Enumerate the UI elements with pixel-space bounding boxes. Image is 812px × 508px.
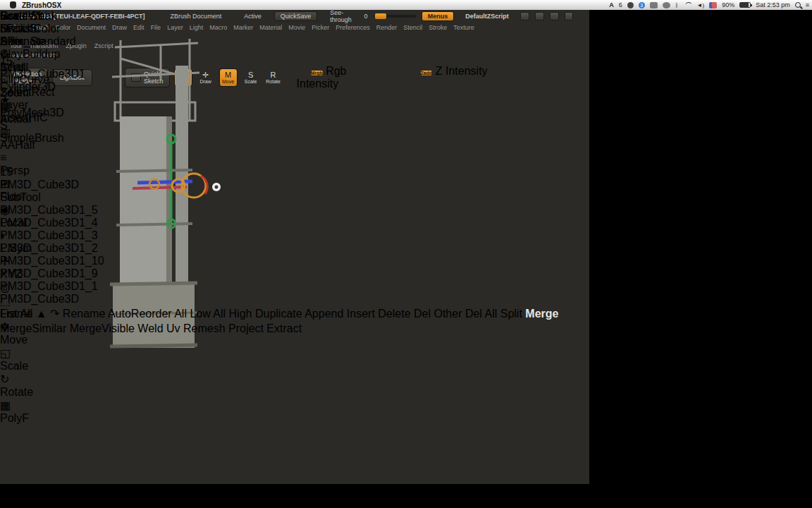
autoreorder-button[interactable]: AutoReorder — [108, 308, 172, 320]
append-button[interactable]: Append — [304, 308, 343, 320]
all-low-button[interactable]: All Low — [174, 308, 211, 320]
battery-percent: 90% — [722, 1, 734, 8]
subtool-row[interactable]: PM3D_Cube3D1_2 — [0, 242, 589, 255]
cube-tool-thumbnail[interactable] — [0, 145, 44, 166]
subtool-row[interactable]: PM3D_Cube3D1_1 — [0, 280, 589, 293]
subtool-row[interactable]: PM3D_Cube3D — [0, 293, 589, 306]
input-menu-icon[interactable]: A — [609, 1, 614, 8]
polymesh3d-icon[interactable]: ★ — [0, 94, 10, 106]
shelf-button[interactable]: ▦ PolyF — [0, 399, 47, 425]
duplicate-button[interactable]: Duplicate — [255, 308, 302, 320]
bluetooth-icon[interactable]: ᛒ — [675, 2, 679, 8]
wifi-icon[interactable] — [684, 2, 692, 8]
del-all-button[interactable]: Del All — [465, 308, 497, 320]
split-button[interactable]: Split — [500, 308, 522, 320]
merge-visible-button[interactable]: MergeVisible — [70, 322, 135, 334]
subtool-name: PM3D_Cube3D1_9 — [0, 267, 589, 280]
timemachine-icon[interactable] — [663, 2, 670, 8]
shelf-button-label: Move — [0, 334, 47, 346]
subtool-row[interactable]: PM3D_Cube3D1_9 — [0, 267, 589, 280]
subtool-name: PM3D_Cube3D1_3 — [0, 229, 589, 242]
cylinder3d-label: Cylinder3D — [0, 80, 42, 93]
subtool-name: PM3D_Cube3D — [0, 293, 589, 306]
subtool-row[interactable]: PM3D_Cube3D1_3 — [0, 229, 589, 242]
battery-icon — [739, 2, 751, 8]
input-count: 6 — [619, 1, 622, 8]
del-other-button[interactable]: Del Other — [414, 308, 462, 320]
weld-button[interactable]: Weld — [137, 322, 163, 334]
spotlight-icon[interactable] — [795, 2, 801, 8]
shelf-button[interactable]: ◱ Scale — [0, 346, 47, 373]
current-tool-thumbnail[interactable] — [0, 10, 39, 55]
all-high-button[interactable]: All High — [213, 308, 252, 320]
flag-icon[interactable] — [709, 2, 717, 8]
subtool-cycle-button[interactable]: ↷ — [50, 308, 59, 320]
shelf-button-icon[interactable]: ▦ — [0, 399, 47, 412]
shelf-button-icon[interactable]: ↻ — [0, 373, 47, 386]
merge-similar-button[interactable]: MergeSimilar — [0, 322, 66, 334]
status-dot-icon[interactable] — [627, 2, 634, 8]
menubar-status-area: A 6 3 ᛒ ◄) 90% Sat 2:53 pm ≡ — [609, 0, 809, 10]
rename-button[interactable]: Rename — [63, 308, 105, 320]
zbrush-window: ZBrush 4R6 [TEUI-LEAF-QDFT-FEBI-4PCT] ZB… — [0, 10, 589, 484]
shelf-button-label: Rotate — [0, 386, 47, 399]
menubar-clock[interactable]: Sat 2:53 pm — [756, 1, 790, 8]
subtool-up-button[interactable]: ▲ — [36, 308, 47, 320]
insert-button[interactable]: Insert — [347, 308, 375, 320]
subtool-name: PM3D_Cube3D1_4 — [0, 217, 589, 229]
shelf-button[interactable]: ↻ Rotate — [0, 373, 47, 399]
notification-center-icon[interactable]: ≡ — [806, 1, 809, 8]
menubar-app-name[interactable]: ZBrushOSX — [22, 1, 61, 9]
subtool-row[interactable]: PM3D_Cube3D1_10 — [0, 255, 589, 267]
extract-button[interactable]: Extract — [266, 322, 302, 334]
shelf-button-label: PolyF — [0, 412, 47, 425]
cube-tool-label: PM3D_Cube3D — [0, 179, 47, 191]
delete-button[interactable]: Delete — [378, 308, 410, 320]
cube-tool-badge: 15 — [0, 166, 13, 178]
subtool-header[interactable]: SubTool — [0, 191, 589, 204]
volume-icon[interactable]: ◄) — [697, 2, 705, 8]
subtool-row[interactable]: PM3D_Cube3D1_4 — [0, 217, 589, 229]
subtool-list: PM3D_Cube3D1_5 PM3D_Cube3D1_4 — [0, 204, 589, 306]
list-all-button[interactable]: List All — [0, 308, 32, 320]
airplay-icon[interactable] — [650, 2, 658, 8]
simplebrush-icon[interactable]: S — [0, 119, 8, 131]
sync-count-icon[interactable]: 3 — [639, 2, 645, 8]
subtool-name: PM3D_Cube3D1_10 — [0, 255, 589, 267]
remesh-button[interactable]: Remesh — [183, 322, 226, 334]
subtool-name: PM3D_Cube3D1_5 — [0, 204, 589, 217]
subtool-row[interactable]: PM3D_Cube3D1_5 — [0, 204, 589, 217]
tool-panel: 15 PM3D_Cube3D1 Cylinder3D ★ PolyMesh3D … — [0, 10, 589, 335]
uv-button[interactable]: Uv — [166, 322, 180, 334]
apple-icon[interactable] — [10, 1, 16, 8]
subtool-buttons: List All ▲ ↷ Rename AutoReorder All Low … — [0, 306, 589, 335]
shelf-button-label: Scale — [0, 360, 47, 373]
subtool-name: PM3D_Cube3D1_1 — [0, 280, 589, 293]
polymesh3d-label: PolyMesh3D — [0, 107, 42, 119]
current-tool-label: PM3D_Cube3D1 — [0, 68, 45, 80]
shelf-button-icon[interactable]: ◱ — [0, 346, 47, 360]
simplebrush-label: SimpleBrush — [0, 132, 45, 145]
merge-button[interactable]: Merge — [525, 308, 558, 320]
subtool-name: PM3D_Cube3D1_2 — [0, 242, 589, 255]
tool-badge: 15 — [0, 55, 13, 67]
project-button[interactable]: Project — [228, 322, 264, 334]
macos-menubar: ZBrushOSX A 6 3 ᛒ ◄) 90% Sat 2:53 pm ≡ — [0, 0, 812, 10]
